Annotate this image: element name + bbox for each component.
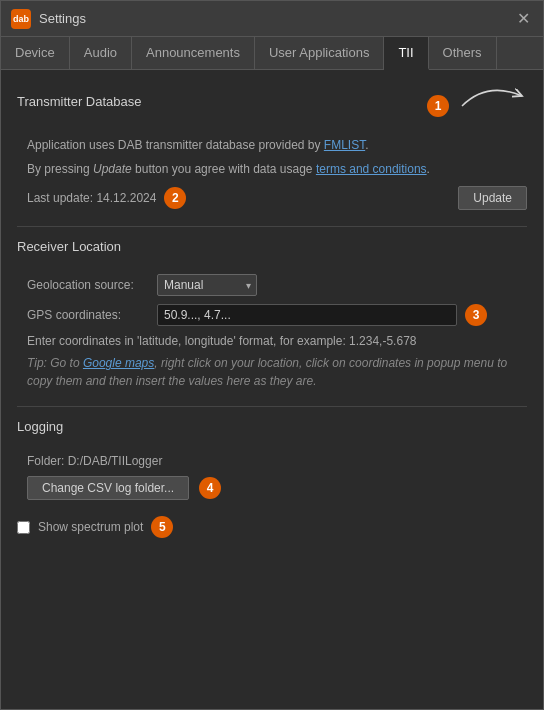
title-bar: dab Settings ✕ <box>1 1 543 37</box>
gps-label: GPS coordinates: <box>27 308 157 322</box>
main-content: Transmitter Database 1 <box>1 70 543 709</box>
transmitter-section: Transmitter Database 1 <box>17 86 527 210</box>
update-button[interactable]: Update <box>458 186 527 210</box>
logging-body: Folder: D:/DAB/TIILogger Change CSV log … <box>17 454 527 500</box>
tab-others[interactable]: Others <box>429 37 497 69</box>
gps-row: GPS coordinates: 3 <box>27 304 527 326</box>
spectrum-label[interactable]: Show spectrum plot <box>38 520 143 534</box>
transmitter-info-line1: Application uses DAB transmitter databas… <box>27 136 527 154</box>
receiver-section-title: Receiver Location <box>17 239 121 254</box>
window-title: Settings <box>39 11 513 26</box>
fmlist-link[interactable]: FMLIST <box>324 138 365 152</box>
receiver-body: Geolocation source: Manual GPS IP GPS co… <box>17 274 527 390</box>
tab-user-applications[interactable]: User Applications <box>255 37 384 69</box>
transmitter-body: Application uses DAB transmitter databas… <box>17 136 527 210</box>
divider-1 <box>17 226 527 227</box>
receiver-section: Receiver Location Geolocation source: Ma… <box>17 239 527 390</box>
arrow-annotation <box>457 76 527 116</box>
last-update-text: Last update: 14.12.2024 <box>27 191 156 205</box>
transmitter-section-title: Transmitter Database <box>17 94 142 109</box>
geolocation-select-wrapper: Manual GPS IP <box>157 274 257 296</box>
spectrum-row: Show spectrum plot 5 <box>17 516 527 538</box>
google-maps-link[interactable]: Google maps <box>83 356 154 370</box>
badge-1: 1 <box>427 95 449 117</box>
change-log-folder-button[interactable]: Change CSV log folder... <box>27 476 189 500</box>
tab-announcements[interactable]: Announcements <box>132 37 255 69</box>
tab-audio[interactable]: Audio <box>70 37 132 69</box>
badge-3: 3 <box>465 304 487 326</box>
google-maps-tip: Tip: Go to Google maps, right click on y… <box>27 354 527 390</box>
logging-section: Logging Folder: D:/DAB/TIILogger Change … <box>17 419 527 500</box>
badge-5: 5 <box>151 516 173 538</box>
folder-text: Folder: D:/DAB/TIILogger <box>27 454 527 468</box>
close-button[interactable]: ✕ <box>513 9 533 29</box>
gps-input[interactable] <box>157 304 457 326</box>
spectrum-checkbox[interactable] <box>17 521 30 534</box>
geolocation-label: Geolocation source: <box>27 278 157 292</box>
settings-window: dab Settings ✕ Device Audio Announcement… <box>0 0 544 710</box>
gps-hint: Enter coordinates in 'latitude, longitud… <box>27 334 527 348</box>
divider-2 <box>17 406 527 407</box>
tab-device[interactable]: Device <box>1 37 70 69</box>
logging-section-title: Logging <box>17 419 63 434</box>
geolocation-select[interactable]: Manual GPS IP <box>157 274 257 296</box>
tab-bar: Device Audio Announcements User Applicat… <box>1 37 543 70</box>
tab-tii[interactable]: TII <box>384 37 428 70</box>
badge-4: 4 <box>199 477 221 499</box>
app-logo: dab <box>11 9 31 29</box>
badge-2: 2 <box>164 187 186 209</box>
terms-link[interactable]: terms and conditions <box>316 162 427 176</box>
geolocation-row: Geolocation source: Manual GPS IP <box>27 274 527 296</box>
last-update-row: Last update: 14.12.2024 2 Update <box>27 186 527 210</box>
transmitter-info-line2: By pressing Update button you agree with… <box>27 160 527 178</box>
